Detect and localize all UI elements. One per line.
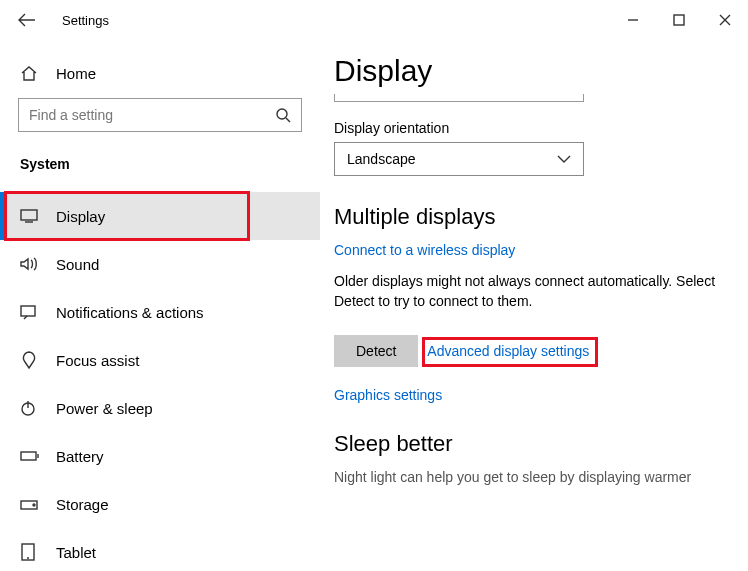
battery-icon — [20, 450, 42, 462]
minimize-icon — [627, 14, 639, 26]
sidebar-item-focus-assist[interactable]: Focus assist — [0, 336, 320, 384]
page-title: Display — [334, 54, 718, 88]
sidebar-item-label: Tablet — [56, 544, 96, 561]
minimize-button[interactable] — [610, 4, 656, 36]
chevron-down-icon — [557, 155, 571, 163]
sidebar-item-label: Power & sleep — [56, 400, 153, 417]
svg-point-1 — [277, 109, 287, 119]
sidebar-item-power-sleep[interactable]: Power & sleep — [0, 384, 320, 432]
multiple-displays-heading: Multiple displays — [334, 204, 718, 230]
detect-button[interactable]: Detect — [334, 335, 418, 367]
svg-rect-5 — [21, 452, 36, 460]
sidebar-home[interactable]: Home — [0, 58, 320, 88]
highlight-box: Advanced display settings — [422, 337, 598, 367]
sidebar-item-label: Notifications & actions — [56, 304, 204, 321]
orientation-dropdown[interactable]: Landscape — [334, 142, 584, 176]
sleep-description: Night light can help you get to sleep by… — [334, 469, 718, 485]
sidebar: Home System Display Sound Notifications … — [0, 40, 320, 571]
sidebar-item-battery[interactable]: Battery — [0, 432, 320, 480]
sidebar-item-label: Sound — [56, 256, 99, 273]
back-button[interactable] — [18, 13, 38, 27]
maximize-icon — [673, 14, 685, 26]
sidebar-item-label: Focus assist — [56, 352, 139, 369]
sidebar-item-label: Storage — [56, 496, 109, 513]
sidebar-item-label: Display — [56, 208, 105, 225]
detect-description: Older displays might not always connect … — [334, 272, 718, 311]
content: Display Display orientation Landscape Mu… — [320, 40, 748, 571]
sidebar-home-label: Home — [56, 65, 96, 82]
svg-rect-3 — [21, 306, 35, 316]
wireless-display-link[interactable]: Connect to a wireless display — [334, 242, 718, 258]
svg-rect-2 — [21, 210, 37, 220]
maximize-button[interactable] — [656, 4, 702, 36]
sidebar-item-sound[interactable]: Sound — [0, 240, 320, 288]
graphics-settings-link[interactable]: Graphics settings — [334, 387, 718, 403]
search-box[interactable] — [18, 98, 302, 132]
search-icon — [275, 107, 291, 123]
orientation-label: Display orientation — [334, 120, 718, 136]
sidebar-item-storage[interactable]: Storage — [0, 480, 320, 528]
display-icon — [20, 209, 42, 223]
window-title: Settings — [62, 13, 109, 28]
power-icon — [20, 400, 42, 416]
sidebar-item-notifications[interactable]: Notifications & actions — [0, 288, 320, 336]
close-icon — [719, 14, 731, 26]
sidebar-item-label: Battery — [56, 448, 104, 465]
arrow-left-icon — [18, 13, 36, 27]
sidebar-item-tablet[interactable]: Tablet — [0, 528, 320, 571]
search-input[interactable] — [29, 107, 275, 123]
sound-icon — [20, 256, 42, 272]
notifications-icon — [20, 304, 42, 320]
home-icon — [20, 64, 42, 82]
close-button[interactable] — [702, 4, 748, 36]
divider-box — [334, 94, 584, 102]
sidebar-item-display[interactable]: Display — [0, 192, 320, 240]
orientation-value: Landscape — [347, 151, 416, 167]
svg-point-7 — [33, 504, 35, 506]
focus-assist-icon — [20, 351, 42, 369]
window-controls — [610, 4, 748, 36]
storage-icon — [20, 497, 42, 511]
advanced-display-link[interactable]: Advanced display settings — [427, 343, 589, 359]
main: Home System Display Sound Notifications … — [0, 40, 748, 571]
tablet-icon — [20, 543, 42, 561]
svg-rect-0 — [674, 15, 684, 25]
titlebar: Settings — [0, 0, 748, 40]
sleep-better-heading: Sleep better — [334, 431, 718, 457]
sidebar-section: System — [0, 150, 320, 178]
